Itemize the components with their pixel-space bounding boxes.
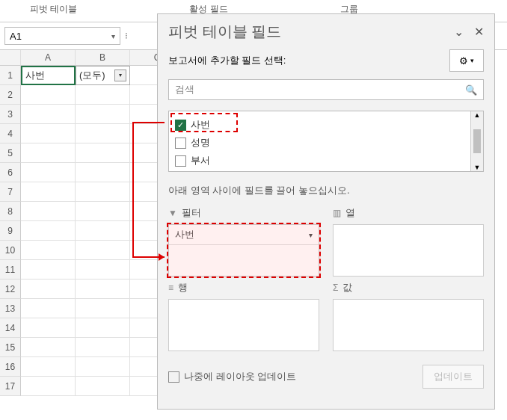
cell[interactable] bbox=[76, 241, 130, 260]
filter-field-pill[interactable]: 사번 ▾ bbox=[169, 225, 319, 245]
scrollbar[interactable]: ▲ ▼ bbox=[470, 111, 483, 171]
cell[interactable] bbox=[21, 182, 76, 202]
cell[interactable] bbox=[21, 299, 76, 318]
row-header[interactable]: 15 bbox=[0, 338, 21, 357]
fx-icon[interactable]: ⁝ bbox=[125, 31, 128, 41]
drag-instruction: 아래 영역 사이에 필드를 끌어 놓으십시오. bbox=[168, 184, 484, 197]
name-box-value: A1 bbox=[10, 31, 22, 42]
chevron-down-icon: ▾ bbox=[111, 32, 115, 40]
field-label: 사번 bbox=[191, 118, 210, 132]
cell[interactable] bbox=[76, 143, 130, 163]
row-header[interactable]: 4 bbox=[0, 124, 21, 143]
cell[interactable] bbox=[76, 357, 130, 377]
field-label: 성명 bbox=[191, 136, 210, 149]
filter-dropdown-button[interactable]: ▾ bbox=[114, 70, 126, 81]
row-header[interactable]: 16 bbox=[0, 357, 21, 377]
row-header[interactable]: 9 bbox=[0, 221, 21, 241]
row-header[interactable]: 14 bbox=[0, 318, 21, 338]
cell[interactable] bbox=[76, 260, 130, 280]
rows-drop-area[interactable] bbox=[168, 299, 319, 351]
gear-icon: ⚙ bbox=[459, 55, 468, 67]
checkbox-icon: ✓ bbox=[175, 120, 186, 131]
cell[interactable] bbox=[76, 163, 130, 182]
row-header[interactable]: 6 bbox=[0, 163, 21, 182]
cell[interactable] bbox=[21, 85, 76, 105]
cell[interactable]: (모두)▾ bbox=[76, 66, 130, 85]
cell[interactable] bbox=[21, 357, 76, 377]
row-header[interactable]: 10 bbox=[0, 241, 21, 260]
col-header-b[interactable]: B bbox=[76, 50, 130, 66]
filter-icon: ▼ bbox=[168, 208, 177, 218]
scroll-up-icon[interactable]: ▲ bbox=[471, 111, 483, 119]
chevron-down-icon[interactable]: ⌄ bbox=[454, 25, 464, 39]
cell[interactable] bbox=[76, 280, 130, 299]
cell[interactable] bbox=[21, 241, 76, 260]
row-header[interactable]: 12 bbox=[0, 280, 21, 299]
field-list: ✓사번성명부서 ▲ ▼ bbox=[168, 111, 484, 172]
values-drop-area[interactable] bbox=[333, 299, 484, 351]
cell[interactable] bbox=[21, 202, 76, 221]
col-header-a[interactable]: A bbox=[21, 50, 76, 66]
cell[interactable]: 사번 bbox=[21, 66, 76, 85]
field-item[interactable]: 부서 bbox=[175, 152, 477, 170]
cell[interactable] bbox=[21, 221, 76, 241]
row-header[interactable]: 7 bbox=[0, 182, 21, 202]
cell[interactable] bbox=[21, 105, 76, 124]
filters-drop-area[interactable]: 사번 ▾ bbox=[168, 224, 319, 277]
cell[interactable] bbox=[76, 105, 130, 124]
checkbox-icon bbox=[175, 155, 186, 167]
cell[interactable] bbox=[76, 299, 130, 318]
cell[interactable] bbox=[21, 260, 76, 280]
ribbon-group-pivot: 피벗 테이블 bbox=[30, 3, 77, 16]
row-header[interactable]: 3 bbox=[0, 105, 21, 124]
name-box[interactable]: A1 ▾ bbox=[4, 27, 120, 45]
row-header[interactable]: 2 bbox=[0, 85, 21, 105]
pivot-field-pane: 피벗 테이블 필드 ⌄ ✕ 보고서에 추가할 필드 선택: ⚙ ▾ 검색 🔍 ✓… bbox=[157, 13, 495, 410]
cell[interactable] bbox=[21, 124, 76, 143]
row-header[interactable]: 5 bbox=[0, 143, 21, 163]
cell[interactable] bbox=[21, 338, 76, 357]
cell[interactable] bbox=[76, 202, 130, 221]
scroll-thumb[interactable] bbox=[473, 129, 481, 153]
search-icon: 🔍 bbox=[465, 84, 477, 96]
row-header[interactable]: 17 bbox=[0, 377, 21, 396]
rows-area-label: ≡ 행 bbox=[168, 280, 319, 296]
row-header[interactable]: 1 bbox=[0, 66, 21, 85]
cell[interactable] bbox=[76, 338, 130, 357]
cell[interactable] bbox=[76, 124, 130, 143]
update-button: 업데이트 bbox=[423, 365, 484, 389]
sigma-icon: Σ bbox=[333, 282, 338, 293]
cell[interactable] bbox=[76, 182, 130, 202]
pane-title: 피벗 테이블 필드 bbox=[168, 22, 281, 42]
field-item[interactable]: 성명 bbox=[175, 134, 477, 152]
cell[interactable] bbox=[21, 318, 76, 338]
row-header[interactable]: 8 bbox=[0, 202, 21, 221]
checkbox-icon bbox=[175, 138, 186, 149]
field-item[interactable]: ✓사번 bbox=[175, 116, 477, 134]
row-header[interactable]: 13 bbox=[0, 299, 21, 318]
cell[interactable] bbox=[21, 377, 76, 396]
cell[interactable] bbox=[76, 85, 130, 105]
row-header[interactable]: 11 bbox=[0, 260, 21, 280]
chevron-down-icon: ▾ bbox=[309, 231, 313, 239]
chevron-down-icon: ▾ bbox=[470, 57, 474, 64]
cell[interactable] bbox=[21, 143, 76, 163]
select-all-corner[interactable] bbox=[0, 50, 21, 66]
cell[interactable] bbox=[21, 163, 76, 182]
cell[interactable] bbox=[21, 280, 76, 299]
choose-fields-label: 보고서에 추가할 필드 선택: bbox=[168, 54, 286, 67]
values-area-label: Σ 값 bbox=[333, 280, 484, 296]
filters-area-label: ▼ 필터 bbox=[168, 205, 319, 221]
field-list-options-button[interactable]: ⚙ ▾ bbox=[449, 49, 484, 72]
cell[interactable] bbox=[76, 377, 130, 396]
field-search-input[interactable]: 검색 🔍 bbox=[168, 79, 484, 100]
columns-area-label: ▥ 열 bbox=[333, 205, 484, 221]
cell[interactable] bbox=[76, 221, 130, 241]
close-icon[interactable]: ✕ bbox=[474, 25, 484, 39]
field-label: 부서 bbox=[191, 154, 210, 167]
defer-layout-checkbox[interactable]: 나중에 레이아웃 업데이트 bbox=[168, 370, 296, 383]
cell[interactable] bbox=[76, 318, 130, 338]
columns-drop-area[interactable] bbox=[333, 224, 484, 277]
rows-icon: ≡ bbox=[168, 282, 173, 293]
scroll-down-icon[interactable]: ▼ bbox=[471, 164, 483, 171]
